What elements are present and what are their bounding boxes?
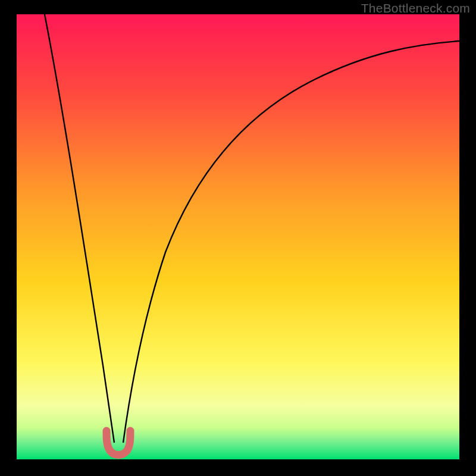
chart-frame — [17, 14, 459, 459]
watermark-text: TheBottleneck.com — [361, 1, 470, 15]
bottleneck-chart — [17, 14, 459, 459]
